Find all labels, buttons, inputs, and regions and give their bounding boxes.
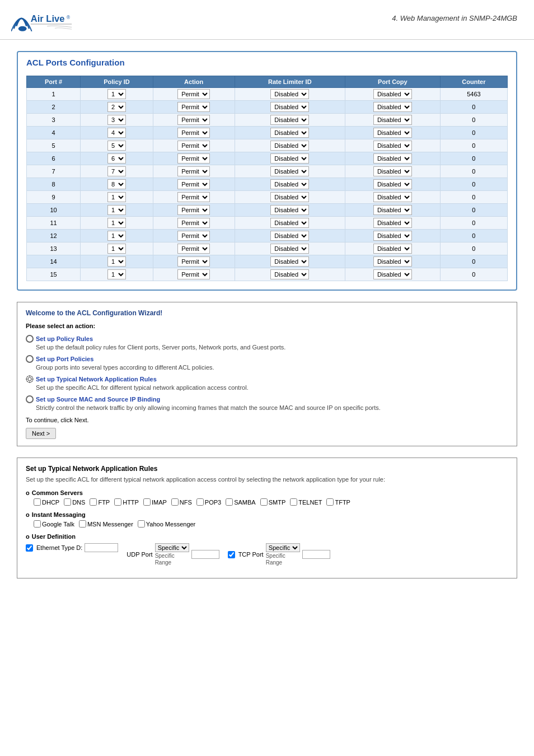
ftp-checkbox[interactable]	[90, 498, 97, 506]
policy-id-select[interactable]: 12345678	[107, 244, 126, 254]
policy-id-select[interactable]: 12345678	[107, 153, 126, 164]
port-copy-select[interactable]: Disabled12	[373, 102, 412, 112]
rate-limiter-select[interactable]: Disabled123	[270, 218, 309, 228]
port-copy-select[interactable]: Disabled12	[373, 115, 412, 125]
wizard-option-policy-rules-label[interactable]: Set up Policy Rules	[26, 335, 508, 343]
rate-limiter-select[interactable]: Disabled123	[270, 205, 309, 215]
checkbox-dhcp[interactable]: DHCP	[34, 498, 59, 506]
tcp-port-checkbox[interactable]	[228, 551, 235, 558]
policy-id-select[interactable]: 12345678	[107, 141, 126, 151]
action-select[interactable]: PermitDeny	[177, 231, 210, 241]
rate-limiter-select[interactable]: Disabled123	[270, 166, 309, 176]
dhcp-checkbox[interactable]	[34, 498, 41, 506]
acl-port-copy-cell[interactable]: Disabled12	[345, 191, 440, 204]
udp-port-select[interactable]: Specific Range	[155, 543, 189, 552]
acl-rate-limiter-cell[interactable]: Disabled123	[235, 152, 345, 165]
acl-policy-id-cell[interactable]: 12345678	[81, 139, 153, 152]
acl-rate-limiter-cell[interactable]: Disabled123	[235, 242, 345, 255]
action-select[interactable]: PermitDeny	[177, 205, 210, 215]
rate-limiter-select[interactable]: Disabled123	[270, 269, 309, 279]
rate-limiter-select[interactable]: Disabled123	[270, 244, 309, 254]
policy-id-select[interactable]: 12345678	[107, 128, 126, 138]
action-select[interactable]: PermitDeny	[177, 218, 210, 228]
http-checkbox[interactable]	[114, 498, 121, 506]
radio-port-policies-icon[interactable]	[26, 355, 34, 363]
action-select[interactable]: PermitDeny	[177, 141, 210, 151]
checkbox-msn-messenger[interactable]: MSN Messenger	[79, 520, 133, 528]
acl-action-cell[interactable]: PermitDeny	[153, 178, 235, 191]
acl-policy-id-cell[interactable]: 12345678	[81, 191, 153, 204]
port-copy-select[interactable]: Disabled12	[373, 218, 412, 228]
tftp-checkbox[interactable]	[326, 498, 334, 506]
policy-id-select[interactable]: 12345678	[107, 269, 126, 279]
port-copy-select[interactable]: Disabled12	[373, 231, 412, 241]
acl-port-copy-cell[interactable]: Disabled12	[345, 230, 440, 242]
acl-port-copy-cell[interactable]: Disabled12	[345, 217, 440, 230]
rate-limiter-select[interactable]: Disabled123	[270, 179, 309, 189]
acl-policy-id-cell[interactable]: 12345678	[81, 152, 153, 165]
policy-id-select[interactable]: 12345678	[107, 179, 126, 189]
acl-action-cell[interactable]: PermitDeny	[153, 268, 235, 281]
rate-limiter-select[interactable]: Disabled123	[270, 231, 309, 241]
acl-rate-limiter-cell[interactable]: Disabled123	[235, 88, 345, 101]
tcp-port-input[interactable]	[302, 550, 330, 559]
rate-limiter-select[interactable]: Disabled123	[270, 115, 309, 125]
acl-policy-id-cell[interactable]: 12345678	[81, 217, 153, 230]
acl-policy-id-cell[interactable]: 12345678	[81, 127, 153, 139]
acl-rate-limiter-cell[interactable]: Disabled123	[235, 204, 345, 217]
wizard-next-button[interactable]: Next >	[26, 428, 56, 439]
acl-port-copy-cell[interactable]: Disabled12	[345, 165, 440, 178]
action-select[interactable]: PermitDeny	[177, 192, 210, 202]
wizard-option-port-policies-label[interactable]: Set up Port Policies	[26, 355, 508, 363]
dns-checkbox[interactable]	[64, 498, 71, 506]
imap-checkbox[interactable]	[143, 498, 151, 506]
policy-id-select[interactable]: 12345678	[107, 166, 126, 176]
rate-limiter-select[interactable]: Disabled123	[270, 89, 309, 99]
policy-id-select[interactable]: 12345678	[107, 115, 126, 125]
port-copy-select[interactable]: Disabled12	[373, 128, 412, 138]
nfs-checkbox[interactable]	[171, 498, 179, 506]
action-select[interactable]: PermitDeny	[177, 89, 210, 99]
telnet-checkbox[interactable]	[290, 498, 297, 506]
policy-id-select[interactable]: 12345678	[107, 89, 126, 99]
action-select[interactable]: PermitDeny	[177, 128, 210, 138]
acl-rate-limiter-cell[interactable]: Disabled123	[235, 191, 345, 204]
acl-port-copy-cell[interactable]: Disabled12	[345, 114, 440, 127]
policy-id-select[interactable]: 12345678	[107, 192, 126, 202]
policy-id-select[interactable]: 12345678	[107, 205, 126, 215]
port-copy-select[interactable]: Disabled12	[373, 179, 412, 189]
acl-action-cell[interactable]: PermitDeny	[153, 152, 235, 165]
port-copy-select[interactable]: Disabled12	[373, 205, 412, 215]
port-copy-select[interactable]: Disabled12	[373, 244, 412, 254]
acl-port-copy-cell[interactable]: Disabled12	[345, 242, 440, 255]
policy-id-select[interactable]: 12345678	[107, 218, 126, 228]
acl-rate-limiter-cell[interactable]: Disabled123	[235, 165, 345, 178]
port-copy-select[interactable]: Disabled12	[373, 256, 412, 267]
checkbox-nfs[interactable]: NFS	[171, 498, 192, 506]
acl-policy-id-cell[interactable]: 12345678	[81, 165, 153, 178]
checkbox-dns[interactable]: DNS	[64, 498, 85, 506]
rate-limiter-select[interactable]: Disabled123	[270, 256, 309, 267]
acl-action-cell[interactable]: PermitDeny	[153, 114, 235, 127]
checkbox-tftp[interactable]: TFTP	[326, 498, 350, 506]
acl-action-cell[interactable]: PermitDeny	[153, 217, 235, 230]
action-select[interactable]: PermitDeny	[177, 179, 210, 189]
port-copy-select[interactable]: Disabled12	[373, 192, 412, 202]
pop3-checkbox[interactable]	[196, 498, 204, 506]
acl-port-copy-cell[interactable]: Disabled12	[345, 204, 440, 217]
acl-port-copy-cell[interactable]: Disabled12	[345, 268, 440, 281]
acl-policy-id-cell[interactable]: 12345678	[81, 114, 153, 127]
acl-policy-id-cell[interactable]: 12345678	[81, 230, 153, 242]
acl-port-copy-cell[interactable]: Disabled12	[345, 88, 440, 101]
wizard-option-typical-network-label[interactable]: Set up Typical Network Application Rules	[26, 375, 508, 383]
acl-port-copy-cell[interactable]: Disabled12	[345, 101, 440, 114]
acl-rate-limiter-cell[interactable]: Disabled123	[235, 178, 345, 191]
rate-limiter-select[interactable]: Disabled123	[270, 192, 309, 202]
action-select[interactable]: PermitDeny	[177, 115, 210, 125]
acl-rate-limiter-cell[interactable]: Disabled123	[235, 127, 345, 139]
acl-action-cell[interactable]: PermitDeny	[153, 165, 235, 178]
acl-port-copy-cell[interactable]: Disabled12	[345, 178, 440, 191]
acl-rate-limiter-cell[interactable]: Disabled123	[235, 217, 345, 230]
checkbox-yahoo-messenger[interactable]: Yahoo Messenger	[138, 520, 195, 528]
rate-limiter-select[interactable]: Disabled123	[270, 153, 309, 164]
